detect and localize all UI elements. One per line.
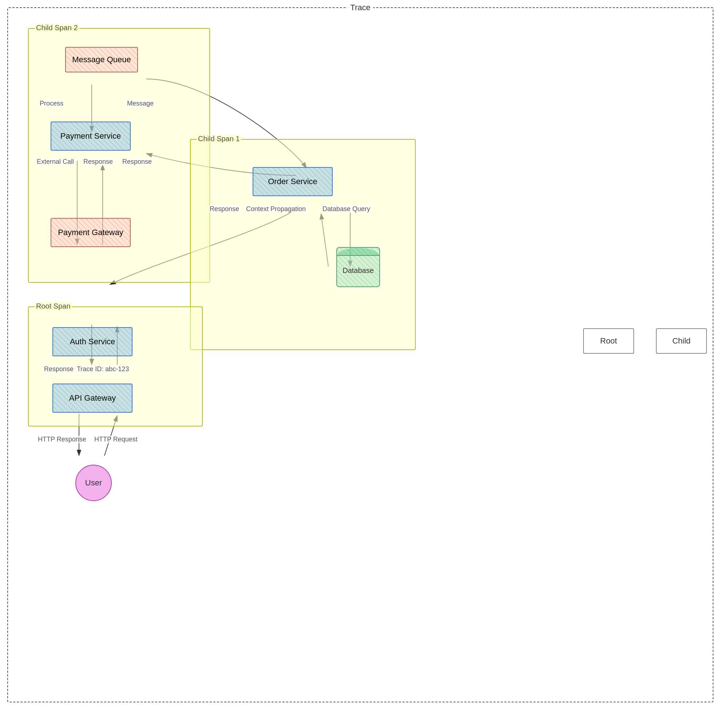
user-node: User [75,465,112,501]
http-request-label: HTTP Request [94,436,138,443]
child-span-2-label: Child Span 2 [35,23,79,32]
order-service-node: Order Service [252,167,333,196]
database-node: Database [336,247,380,287]
legend-root: Root [583,328,634,354]
http-response-label: HTTP Response [37,436,87,443]
payment-gateway-node: Payment Gateway [51,218,131,247]
external-call-label: External Call [36,158,75,166]
response2-label: Response [122,158,153,166]
trace-container: Trace [7,7,713,703]
root-span-label: Root Span [35,302,72,310]
payment-service-node: Payment Service [51,122,131,151]
legend-child: Child [656,328,707,354]
db-query-label: Database Query [322,205,371,213]
trace-label: Trace [347,3,373,12]
child-span-2-box: Child Span 2 Message Queue Process Messa… [28,28,210,283]
message-queue-node: Message Queue [65,47,138,72]
child-span-1-box: Child Span 1 Order Service Response Cont… [190,139,416,350]
root-span-box: Root Span Auth Service Response Trace ID… [28,307,203,427]
child-span-1-label: Child Span 1 [197,135,241,143]
database-body: Database [336,247,380,287]
auth-service-node: Auth Service [53,327,132,356]
message-label: Message [126,100,154,107]
response-root-label: Response [43,365,74,373]
trace-id-label: Trace ID: abc-123 [76,365,129,373]
context-prop-label: Context Propagation [245,205,307,213]
api-gateway-node: API Gateway [53,384,132,413]
process-label: Process [39,100,64,107]
response-cs1-label: Response [209,205,240,213]
response1-label: Response [83,158,114,166]
